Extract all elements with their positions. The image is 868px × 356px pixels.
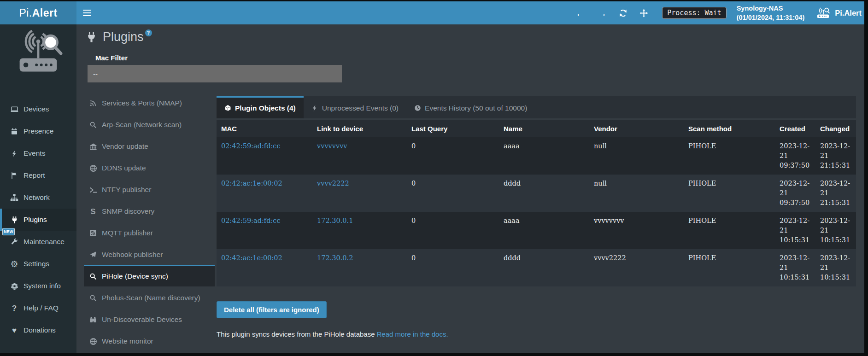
sidebar-item-report[interactable]: Report [0, 164, 76, 187]
page-header: Plugins ? [86, 30, 152, 44]
created-cell: 2023-12-21 09:37:50 [775, 175, 815, 212]
sidebar-item-settings[interactable]: ⚙ Settings [0, 253, 76, 275]
mac-link[interactable]: 02:42:ac:1e:00:02 [221, 254, 282, 262]
sidebar-item-presence[interactable]: Presence [0, 120, 76, 142]
device-link[interactable]: 172.30.0.1 [317, 217, 353, 224]
sidebar-item-events[interactable]: Events [0, 142, 76, 164]
search-icon [88, 273, 98, 280]
s-icon: S [88, 208, 98, 216]
plugin-nav-item-ddns-update[interactable]: DDNS update [84, 157, 215, 178]
window-edge-right [864, 0, 868, 356]
sidebar-item-network[interactable]: Network [0, 187, 76, 209]
read-more-link[interactable]: Read more in the docs. [377, 330, 448, 338]
table-header-row: MAC Link to device Last Query Name Vendo… [217, 120, 856, 137]
column-header-vendor: Vendor [589, 120, 684, 137]
plugin-nav-item-pholus-scan[interactable]: Pholus-Scan (Name discovery) [84, 286, 215, 308]
scan-method-cell: PIHOLE [684, 137, 775, 175]
app-name-label: Pi.Alert [835, 9, 862, 18]
wrench-icon [9, 238, 19, 245]
changed-cell: 2023-12-21 21:15:31 [815, 137, 856, 175]
bank-icon [88, 143, 98, 151]
binoculars-icon [88, 316, 98, 323]
cube-icon [224, 105, 231, 111]
pialert-logo [0, 30, 76, 76]
tab-bar: Plugin Objects (4) Unprocessed Events (0… [217, 96, 856, 118]
search-icon [88, 294, 98, 302]
changed-cell: 2023-12-21 10:15:31 [815, 249, 856, 286]
rss-square-icon [88, 229, 98, 237]
device-link[interactable]: 172.30.0.2 [317, 254, 353, 262]
mac-link[interactable]: 02:42:ac:1e:00:02 [221, 180, 282, 187]
move-icon[interactable] [639, 9, 648, 18]
changed-cell: 2023-12-21 10:15:31 [815, 212, 856, 249]
plugin-content: Plugin Objects (4) Unprocessed Events (0… [217, 96, 856, 338]
table-row: 02:42:59:ad:fd:cc vvvvvvvv 0 aaaa null P… [217, 137, 856, 175]
tab-plugin-objects[interactable]: Plugin Objects (4) [217, 96, 304, 118]
gear-icon: ⚙ [9, 260, 19, 268]
sidebar-item-system-info[interactable]: System info [0, 275, 76, 297]
globe-icon [88, 338, 98, 345]
host-name: Synology-NAS [737, 5, 783, 12]
vendor-cell: null [589, 137, 684, 175]
plugin-nav-item-snmp-discovery[interactable]: S SNMP discovery [84, 200, 215, 222]
name-cell: dddd [499, 249, 589, 286]
scan-method-cell: PIHOLE [684, 249, 775, 286]
name-cell: dddd [499, 175, 589, 212]
mac-link[interactable]: 02:42:59:ad:fd:cc [221, 142, 281, 150]
column-header-link: Link to device [312, 120, 407, 137]
delete-all-button[interactable]: Delete all (filters are ignored) [217, 301, 327, 318]
plugin-description: This plugin syncs devices from the PiHol… [217, 330, 856, 338]
last-query-cell: 0 [407, 175, 499, 212]
page-title: Plugins [103, 30, 144, 44]
plugin-nav-item-undiscoverable-devices[interactable]: Un-Discoverable Devices [84, 308, 215, 330]
last-query-cell: 0 [407, 249, 499, 286]
brand-logo[interactable]: Pi.Alert [0, 1, 76, 24]
sidebar-item-devices[interactable]: Devices [0, 98, 76, 120]
device-link[interactable]: vvvvvvvv [317, 142, 347, 150]
created-cell: 2023-12-21 09:37:50 [775, 137, 815, 175]
menu-toggle-button[interactable] [76, 1, 98, 24]
nav-back-icon[interactable]: ← [575, 8, 585, 18]
mac-link[interactable]: 02:42:59:ad:fd:cc [221, 217, 281, 224]
sidebar-item-donations[interactable]: ♥ Donations [0, 319, 76, 341]
sidebar-item-plugins[interactable]: Plugins [0, 209, 76, 231]
tab-events-history[interactable]: Events History (50 out of 10000) [406, 96, 535, 118]
router-logo-icon [815, 7, 831, 19]
scan-method-cell: PIHOLE [684, 212, 775, 249]
column-header-last-query: Last Query [407, 120, 499, 137]
plugin-nav-item-mqtt-publisher[interactable]: MQTT publisher [84, 222, 215, 243]
plugin-nav-item-webhook-publisher[interactable]: Webhook publisher [84, 243, 215, 265]
plug-icon [9, 216, 19, 224]
sidebar-item-help-faq[interactable]: ? Help / FAQ [0, 297, 76, 319]
table-row: 02:42:ac:1e:00:02 vvvv2222 0 dddd null P… [217, 175, 856, 212]
plugin-nav-item-pihole-device-sync[interactable]: PiHole (Device sync) [84, 265, 215, 286]
tab-unprocessed-events[interactable]: Unprocessed Events (0) [304, 96, 406, 118]
scan-method-cell: PIHOLE [684, 175, 775, 212]
flag-icon [9, 172, 19, 179]
plug-icon [86, 31, 97, 43]
vendor-cell: vvvvvvvv [589, 212, 684, 249]
device-link[interactable]: vvvv2222 [317, 180, 349, 187]
column-header-changed: Changed [815, 120, 856, 137]
help-badge-icon[interactable]: ? [145, 29, 152, 36]
name-cell: aaaa [499, 212, 589, 249]
plugin-nav-item-website-monitor[interactable]: Website monitor [84, 330, 215, 351]
mac-filter-input[interactable] [88, 65, 342, 82]
plugin-nav-item-ntfy-publisher[interactable]: NTFY publisher [84, 178, 215, 200]
bolt-icon [9, 150, 19, 157]
laptop-icon [9, 105, 19, 113]
chip-icon [9, 282, 19, 290]
globe-icon [88, 164, 98, 172]
paper-plane-icon [88, 251, 98, 258]
plugin-nav-item-arp-scan[interactable]: Arp-Scan (Network scan) [84, 113, 215, 135]
refresh-icon[interactable] [619, 9, 628, 18]
nav-forward-icon[interactable]: → [597, 8, 607, 18]
created-cell: 2023-12-21 10:15:31 [775, 212, 815, 249]
plugin-nav-item-vendor-update[interactable]: Vendor update [84, 135, 215, 157]
mac-filter-label: Mac Filter [95, 54, 128, 62]
plugin-objects-table: MAC Link to device Last Query Name Vendo… [217, 120, 856, 286]
host-info: Synology-NAS (01/01/2024, 11:31:04) [737, 4, 805, 23]
main-content: Plugins ? Mac Filter Services & Ports (N… [76, 24, 868, 356]
plugin-nav-item-services-ports[interactable]: Services & Ports (NMAP) [84, 92, 215, 113]
clock-icon [414, 105, 421, 111]
